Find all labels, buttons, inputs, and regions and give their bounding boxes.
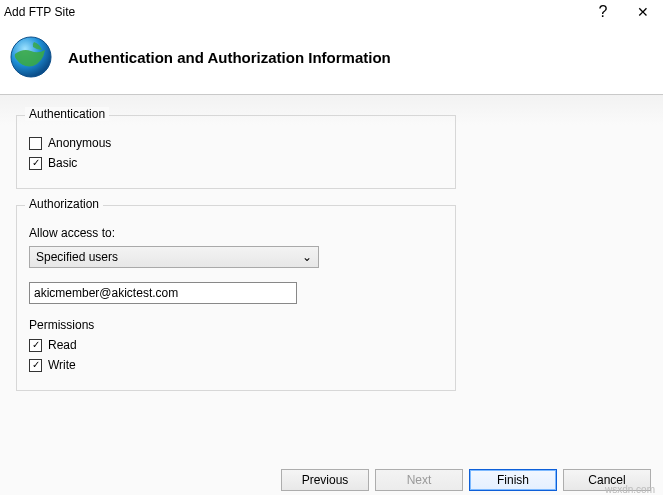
read-label: Read [48,338,77,352]
authentication-group: Authentication Anonymous ✓ Basic [16,115,456,189]
allow-access-value: Specified users [36,250,118,264]
wizard-content: Authentication Anonymous ✓ Basic Authori… [0,95,663,495]
read-checkbox-row[interactable]: ✓ Read [29,338,443,352]
globe-icon [8,34,54,80]
anonymous-checkbox[interactable] [29,137,42,150]
finish-button[interactable]: Finish [469,469,557,491]
read-checkbox[interactable]: ✓ [29,339,42,352]
allow-access-label: Allow access to: [29,226,443,240]
anonymous-label: Anonymous [48,136,111,150]
basic-checkbox[interactable]: ✓ [29,157,42,170]
previous-button[interactable]: Previous [281,469,369,491]
wizard-buttons: Previous Next Finish Cancel [281,469,651,491]
authorization-group: Authorization Allow access to: Specified… [16,205,456,391]
basic-checkbox-row[interactable]: ✓ Basic [29,156,443,170]
authorization-legend: Authorization [25,197,103,211]
help-button[interactable]: ? [583,0,623,24]
wizard-header: Authentication and Authorization Informa… [0,24,663,95]
user-input[interactable]: akicmember@akictest.com [29,282,297,304]
anonymous-checkbox-row[interactable]: Anonymous [29,136,443,150]
watermark: wsxdn.com [605,484,655,495]
write-checkbox[interactable]: ✓ [29,359,42,372]
user-input-value: akicmember@akictest.com [34,286,178,300]
close-button[interactable]: ✕ [623,0,663,24]
basic-label: Basic [48,156,77,170]
window-title: Add FTP Site [4,5,583,19]
permissions-label: Permissions [29,318,443,332]
chevron-down-icon: ⌄ [302,250,312,264]
page-title: Authentication and Authorization Informa… [68,49,391,66]
allow-access-select[interactable]: Specified users ⌄ [29,246,319,268]
next-button: Next [375,469,463,491]
write-label: Write [48,358,76,372]
write-checkbox-row[interactable]: ✓ Write [29,358,443,372]
help-icon: ? [599,3,608,21]
titlebar: Add FTP Site ? ✕ [0,0,663,24]
authentication-legend: Authentication [25,107,109,121]
close-icon: ✕ [637,4,649,20]
